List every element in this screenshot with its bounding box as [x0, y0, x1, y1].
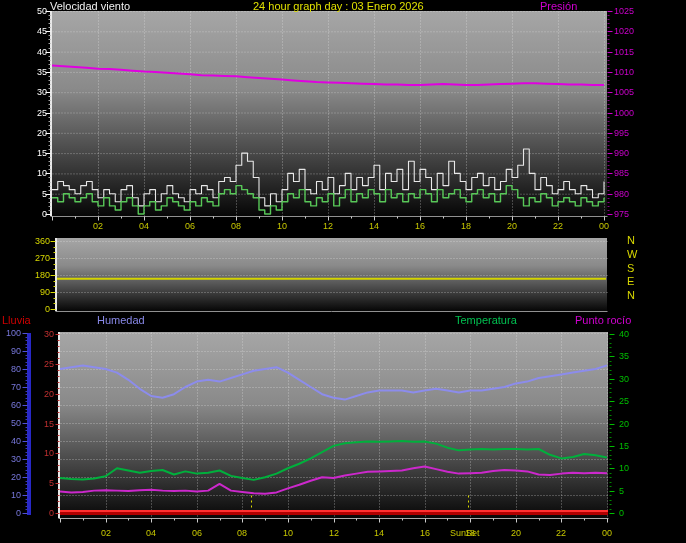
direction-axis-tick: 360: [20, 237, 50, 246]
humidity-axis-tick: 70: [0, 383, 21, 392]
temperature-axis-tick: 35: [619, 352, 629, 361]
hour-tick-top: 12: [316, 222, 340, 231]
wind-axis-tick: 30: [17, 88, 47, 97]
rain-axis-tick: 25: [24, 360, 54, 369]
hour-tick-top: 18: [454, 222, 478, 231]
compass-letter: E: [627, 276, 634, 287]
temperature-axis-tick: 30: [619, 375, 629, 384]
temperature-axis-tick: 0: [619, 509, 624, 518]
humidity-axis-tick: 80: [0, 365, 21, 374]
humidity-axis-tick: 10: [0, 491, 21, 500]
hour-tick-bottom: 16: [413, 529, 437, 538]
wind-axis-tick: 25: [17, 109, 47, 118]
graph-title: 24 hour graph day : 03 Enero 2026: [253, 1, 424, 12]
pressure-axis-tick: 1010: [614, 68, 634, 77]
charts-canvas: [0, 0, 686, 543]
pressure-axis-tick: 975: [614, 210, 629, 219]
hour-tick-top: 14: [362, 222, 386, 231]
direction-axis-tick: 270: [20, 254, 50, 263]
humidity-axis-tick: 60: [0, 401, 21, 410]
wind-speed-label: Velocidad viento: [50, 1, 130, 12]
hour-tick-top: 20: [500, 222, 524, 231]
wind-axis-tick: 45: [17, 27, 47, 36]
compass-letter: S: [627, 263, 634, 274]
temperature-axis-tick: 20: [619, 420, 629, 429]
pressure-axis-tick: 980: [614, 190, 629, 199]
wind-axis-tick: 10: [17, 169, 47, 178]
dew-point-label: Punto rocío: [575, 315, 631, 326]
hour-tick-top: 16: [408, 222, 432, 231]
hour-tick-top: 02: [86, 222, 110, 231]
hour-tick-bottom: 10: [276, 529, 300, 538]
direction-axis-tick: 180: [20, 271, 50, 280]
hour-tick-bottom: 08: [230, 529, 254, 538]
pressure-axis-tick: 1015: [614, 48, 634, 57]
wind-axis-tick: 50: [17, 7, 47, 16]
pressure-axis-tick: 985: [614, 169, 629, 178]
rain-axis-tick: 10: [24, 449, 54, 458]
hour-tick-bottom: 20: [504, 529, 528, 538]
humidity-axis-tick: 40: [0, 437, 21, 446]
temperature-label: Temperatura: [455, 315, 517, 326]
pressure-axis-tick: 1025: [614, 7, 634, 16]
humidity-axis-tick: 100: [0, 329, 21, 338]
humidity-axis-tick: 50: [0, 419, 21, 428]
hour-tick-bottom: 06: [185, 529, 209, 538]
hour-tick-bottom: 18: [458, 529, 482, 538]
humidity-axis-tick: 20: [0, 473, 21, 482]
hour-tick-bottom: 14: [367, 529, 391, 538]
wind-axis-tick: 35: [17, 68, 47, 77]
temperature-axis-tick: 40: [619, 330, 629, 339]
hour-tick-bottom: 22: [549, 529, 573, 538]
pressure-axis-tick: 990: [614, 149, 629, 158]
rain-axis-tick: 20: [24, 390, 54, 399]
rain-axis-tick: 0: [24, 509, 54, 518]
temperature-axis-tick: 10: [619, 464, 629, 473]
compass-letter: W: [627, 249, 637, 260]
hour-tick-bottom: 04: [139, 529, 163, 538]
rain-axis-tick: 30: [24, 330, 54, 339]
hour-tick-top: 10: [270, 222, 294, 231]
hour-tick-top: 22: [546, 222, 570, 231]
wind-axis-tick: 40: [17, 48, 47, 57]
humidity-axis-tick: 90: [0, 347, 21, 356]
compass-letter: N: [627, 290, 635, 301]
direction-axis-tick: 90: [20, 288, 50, 297]
wind-axis-tick: 5: [17, 190, 47, 199]
humidity-label: Humedad: [97, 315, 145, 326]
pressure-axis-tick: 1005: [614, 88, 634, 97]
temperature-axis-tick: 25: [619, 397, 629, 406]
wind-axis-tick: 15: [17, 149, 47, 158]
rain-axis-tick: 15: [24, 420, 54, 429]
rain-axis-tick: 5: [24, 479, 54, 488]
temperature-axis-tick: 15: [619, 442, 629, 451]
hour-tick-bottom: 12: [322, 529, 346, 538]
weather-24h-graph-window: Velocidad viento 24 hour graph day : 03 …: [0, 0, 686, 543]
temperature-axis-tick: 5: [619, 487, 624, 496]
pressure-axis-tick: 1000: [614, 109, 634, 118]
pressure-label: Presión: [540, 1, 577, 12]
hour-tick-top: 00: [592, 222, 616, 231]
pressure-axis-tick: 1020: [614, 27, 634, 36]
hour-tick-bottom: 02: [94, 529, 118, 538]
humidity-axis-tick: 0: [0, 509, 21, 518]
hour-tick-top: 06: [178, 222, 202, 231]
hour-tick-top: 04: [132, 222, 156, 231]
hour-tick-bottom: 00: [595, 529, 619, 538]
compass-letter: N: [627, 235, 635, 246]
direction-axis-tick: 0: [20, 305, 50, 314]
wind-axis-tick: 20: [17, 129, 47, 138]
rain-label: Lluvia: [2, 315, 31, 326]
pressure-axis-tick: 995: [614, 129, 629, 138]
hour-tick-top: 08: [224, 222, 248, 231]
wind-axis-tick: 0: [17, 210, 47, 219]
humidity-axis-tick: 30: [0, 455, 21, 464]
